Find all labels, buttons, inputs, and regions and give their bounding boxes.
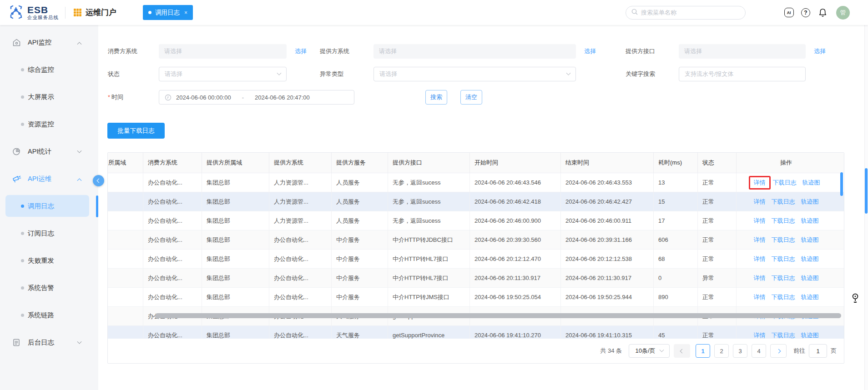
action-link-轨迹图[interactable]: 轨迹图 xyxy=(801,255,819,263)
provider-api-select-link[interactable]: 选择 xyxy=(814,44,826,59)
sidebar-collapse-button[interactable] xyxy=(93,175,104,186)
action-link-轨迹图[interactable]: 轨迹图 xyxy=(801,217,819,225)
location-pin-icon[interactable] xyxy=(852,293,859,305)
table-vertical-scrollbar-thumb[interactable] xyxy=(840,172,843,196)
batch-download-button[interactable]: 批量下载日志 xyxy=(107,123,165,139)
table-cell: 正常 xyxy=(698,250,737,268)
table-row[interactable]: 办公自动化...集团总部办公自动化...中介服务中介HTTP转JMS接口2024… xyxy=(108,288,844,307)
goto-page-input[interactable] xyxy=(809,344,827,358)
provider-api-field[interactable]: 请选择 xyxy=(679,44,806,59)
action-link-详情[interactable]: 详情 xyxy=(754,293,766,301)
keyword-input[interactable]: 支持流水号/报文体 xyxy=(679,67,806,81)
table-cell: 2024-06-06 19:41:10.315 xyxy=(561,326,654,339)
action-link-下载日志[interactable]: 下载日志 xyxy=(772,255,795,263)
action-link-详情[interactable]: 详情 xyxy=(754,217,766,225)
action-link-详情[interactable]: 详情 xyxy=(754,198,766,206)
action-link-下载日志[interactable]: 下载日志 xyxy=(772,198,795,206)
sidebar-group-后台日志[interactable]: 后台日志 xyxy=(0,331,98,353)
table-row[interactable]: 办公自动化...集团总部人力资源管...人员服务无参，返回sucess2024-… xyxy=(108,192,844,211)
action-link-下载日志[interactable]: 下载日志 xyxy=(772,236,795,244)
table-cell: 17 xyxy=(654,211,698,230)
action-link-轨迹图[interactable]: 轨迹图 xyxy=(801,331,819,339)
provider-system-field[interactable]: 请选择 xyxy=(373,44,576,59)
search-button[interactable]: 搜索 xyxy=(425,90,447,105)
table-cell: 无参，返回sucess xyxy=(388,173,470,192)
action-link-轨迹图[interactable]: 轨迹图 xyxy=(801,274,819,282)
action-link-下载日志[interactable]: 下载日志 xyxy=(773,179,797,187)
action-link-详情[interactable]: 详情 xyxy=(754,274,766,282)
page-button-4[interactable]: 4 xyxy=(752,344,766,358)
time-end-value[interactable]: 2024-06-06 20:47:00 xyxy=(255,94,310,101)
provider-system-select-link[interactable]: 选择 xyxy=(584,44,596,59)
search-input[interactable] xyxy=(641,9,740,16)
action-link-轨迹图[interactable]: 轨迹图 xyxy=(802,179,820,187)
sidebar-item-失败重发[interactable]: 失败重发 xyxy=(0,250,98,271)
tab-active-dot xyxy=(148,11,151,14)
user-avatar[interactable]: 管 xyxy=(836,6,850,20)
sidebar-item-调用日志[interactable]: 调用日志 xyxy=(0,195,98,217)
time-start-value[interactable]: 2024-06-06 00:00:00 xyxy=(176,94,231,101)
sidebar-group-API统计[interactable]: API统计 xyxy=(0,140,98,162)
sidebar-group-API运维[interactable]: API运维 xyxy=(0,168,98,190)
tab-close-icon[interactable]: × xyxy=(184,10,187,16)
action-link-下载日志[interactable]: 下载日志 xyxy=(772,217,795,225)
next-page-button[interactable] xyxy=(770,344,787,358)
consumer-system-field[interactable]: 请选择 xyxy=(159,44,287,59)
table-row[interactable]: 办公自动化...集团总部人力资源管...人员服务无参，返回sucess2024-… xyxy=(108,173,844,192)
action-link-详情[interactable]: 详情 xyxy=(754,236,766,244)
table-row[interactable]: 办公自动化...集团总部办公自动化...中介服务中介HTTP转HL7接口2024… xyxy=(108,269,844,288)
horizontal-scrollbar-thumb[interactable] xyxy=(155,313,841,318)
action-link-轨迹图[interactable]: 轨迹图 xyxy=(801,293,819,301)
table-cell: 2024-06-06 20:46:00.900 xyxy=(470,211,561,230)
table-row[interactable]: 办公自动化...集团总部办公自动化...天气服务getSupportProvin… xyxy=(108,326,844,339)
table-row[interactable]: 办公自动化...集团总部办公自动化...中介服务中介HTTP转HL7接口2024… xyxy=(108,250,844,269)
sidebar-item-订阅日志[interactable]: 订阅日志 xyxy=(0,222,98,244)
sidebar-item-综合监控[interactable]: 综合监控 xyxy=(0,59,98,80)
sidebar-item-系统告警[interactable]: 系统告警 xyxy=(0,277,98,299)
active-menu-edge-indicator xyxy=(96,195,98,217)
tab-call-log[interactable]: 调用日志 × xyxy=(143,5,193,20)
table-row[interactable]: 办公自动化...集团总部办公自动化...中介服务中介HTTP转JDBC接口202… xyxy=(108,230,844,250)
sidebar-item-资源监控[interactable]: 资源监控 xyxy=(0,113,98,135)
table-cell: 正常 xyxy=(698,288,737,306)
row-actions-cell: 详情下载日志轨迹图 xyxy=(737,250,836,268)
action-link-下载日志[interactable]: 下载日志 xyxy=(772,293,795,301)
sidebar-group-label: 后台日志 xyxy=(28,338,54,347)
status-select[interactable]: 请选择 xyxy=(159,67,287,81)
consumer-system-select-link[interactable]: 选择 xyxy=(295,44,307,59)
prev-page-button[interactable] xyxy=(674,344,690,358)
table-cell: 人员服务 xyxy=(332,211,388,230)
table-cell: 正常 xyxy=(698,211,737,230)
table-cell: 人员服务 xyxy=(332,192,388,211)
help-icon[interactable]: ? xyxy=(801,8,811,18)
page-button-2[interactable]: 2 xyxy=(714,344,729,358)
page-size-select[interactable]: 10条/页 xyxy=(629,344,670,358)
sidebar-item-大屏展示[interactable]: 大屏展示 xyxy=(0,86,98,108)
action-link-详情[interactable]: 详情 xyxy=(754,331,766,339)
page-button-1[interactable]: 1 xyxy=(696,344,710,358)
action-link-轨迹图[interactable]: 轨迹图 xyxy=(801,198,819,206)
table-cell: 办公自动化... xyxy=(269,269,332,287)
sidebar-group-label: API监控 xyxy=(28,38,51,47)
action-link-轨迹图[interactable]: 轨迹图 xyxy=(801,236,819,244)
clear-button[interactable]: 清空 xyxy=(460,90,482,105)
ai-assistant-icon[interactable]: AI xyxy=(784,8,794,18)
sidebar-group-API监控[interactable]: API监控 xyxy=(0,31,98,53)
action-link-详情[interactable]: 详情 xyxy=(754,255,766,263)
page-button-3[interactable]: 3 xyxy=(733,344,747,358)
action-link-下载日志[interactable]: 下载日志 xyxy=(772,331,795,339)
action-link-详情[interactable]: 详情 xyxy=(749,176,771,190)
bell-icon[interactable] xyxy=(818,8,828,18)
menu-search[interactable] xyxy=(626,6,746,20)
bullet-dot-icon xyxy=(21,95,24,99)
sidebar-item-系统链路[interactable]: 系统链路 xyxy=(0,304,98,326)
exception-type-select[interactable]: 请选择 xyxy=(373,67,576,81)
time-range-picker[interactable]: 2024-06-06 00:00:00 - 2024-06-06 20:47:0… xyxy=(159,90,354,105)
page-scrollbar-thumb[interactable] xyxy=(865,168,868,214)
table-cell: 2024-06-06 20:39:31.166 xyxy=(561,230,654,249)
table-row[interactable]: 办公自动化...集团总部人力资源管...人员服务无参，返回sucess2024-… xyxy=(108,211,844,230)
table-cell: 中介HTTP转HL7接口 xyxy=(388,250,470,268)
action-link-下载日志[interactable]: 下载日志 xyxy=(772,274,795,282)
clock-icon xyxy=(165,94,172,101)
table-cell: 中介HTTP转JMS接口 xyxy=(388,288,470,306)
